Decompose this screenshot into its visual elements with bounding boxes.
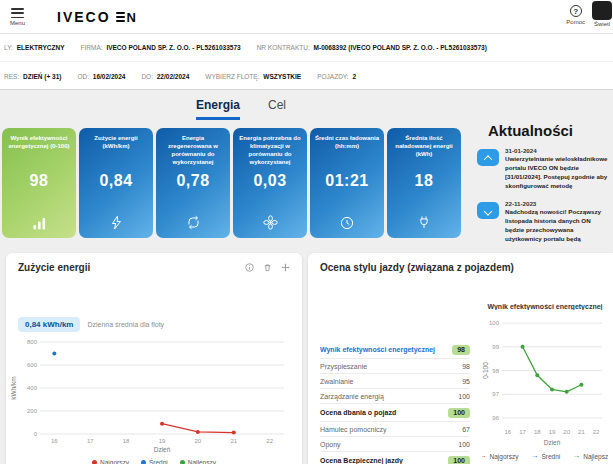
tab-energia[interactable]: Energia	[196, 98, 240, 120]
kpi-ac-energy[interactable]: Energia potrzebna do klimatyzacji w poró…	[233, 128, 307, 238]
score-label: Zwalnianie	[320, 378, 353, 385]
filter-label: FIRMA:	[81, 44, 103, 51]
filter-value: IVECO POLAND SP. Z. O.O. - PL5261033573	[106, 44, 240, 51]
score-label: Wynik efektywności energetycznej	[320, 346, 435, 353]
kpi-title: Energia zregenerowana w porównaniu do wy…	[160, 134, 226, 168]
score-value: 67	[462, 426, 470, 433]
svg-text:18: 18	[123, 438, 130, 444]
legend-item: Najlepszy	[180, 459, 216, 464]
svg-text:17: 17	[87, 438, 94, 444]
kpi-avg-charged-energy[interactable]: Średnia ilość naładowanej energii (kWh) …	[387, 128, 461, 238]
svg-text:16: 16	[505, 429, 512, 435]
filter-contract[interactable]: NR KONTRAKTU: M-0068392 (IVECO POLAND SP…	[257, 44, 487, 51]
kpi-card-row: Wynik efektywności energetycznej (0-100)…	[2, 128, 461, 238]
svg-text:22: 22	[593, 429, 600, 435]
help-button[interactable]: Pomoc	[566, 5, 585, 25]
filter-drive-type[interactable]: LY: ELEKTRYCZNY	[4, 44, 65, 51]
avatar	[592, 1, 612, 20]
fan-icon	[263, 215, 278, 230]
score-row-energy-management: Zarządzanie energią 100	[320, 389, 470, 404]
filter-label: WYBIERZ FLOTĘ:	[205, 73, 259, 80]
score-row-tires: Opony 100	[320, 437, 470, 452]
kpi-energy-consumption[interactable]: Zużycie energii (kWh/km) 0,84	[79, 128, 153, 238]
score-row-acceleration: Przyspieszanie 98	[320, 359, 470, 374]
filter-date-to[interactable]: DO: 22/02/2024	[141, 73, 189, 80]
svg-text:19: 19	[549, 429, 556, 435]
score-label: Hamulec pomocniczy	[320, 426, 387, 433]
svg-text:19: 19	[159, 438, 166, 444]
driving-style-body: Wynik efektywności energetycznej 98 Przy…	[308, 277, 613, 464]
filter-value: ELEKTRYCZNY	[17, 44, 65, 51]
news-date: 31-01-2024	[505, 147, 609, 154]
legend-item: →Najlepszy	[572, 452, 608, 460]
score-row-auxiliary-brake: Hamulec pomocniczy 67	[320, 422, 470, 437]
kpi-title: Średnia ilość naładowanej energii (kWh)	[391, 134, 457, 168]
filter-vehicles[interactable]: POJAZDY: 2	[317, 73, 356, 80]
score-row-vehicle-care: Ocena dbania o pojazd 100	[320, 404, 470, 422]
score-label: Opony	[320, 441, 341, 448]
legend-marker	[141, 460, 146, 464]
legend-marker: →	[482, 452, 487, 460]
legend-item: →Najgorszy	[482, 452, 518, 460]
score-badge: 100	[448, 456, 470, 464]
kpi-value: 01:21	[325, 172, 368, 190]
legend-marker: →	[572, 452, 580, 460]
news-up-button[interactable]	[477, 149, 499, 166]
score-value: 100	[458, 441, 470, 448]
filter-label: NR KONTRAKTU:	[257, 44, 310, 51]
kpi-value: 0,84	[99, 172, 132, 190]
svg-text:800: 800	[27, 339, 38, 345]
filter-fleet[interactable]: WYBIERZ FLOTĘ: WSZYSTKIE	[205, 73, 301, 80]
profile-button[interactable]: Świetl	[592, 1, 612, 27]
efficiency-score-chart: 9697989910016171819202122Dzień0-100	[482, 312, 608, 447]
news-panel: Aktualności 31-01-2024 Uwierzytelnianie …	[477, 122, 613, 253]
news-row: 31-01-2024 Uwierzytelnianie wieloskładni…	[477, 147, 613, 191]
legend-item: Średni	[141, 459, 168, 464]
profile-label: Świetl	[594, 21, 610, 27]
kpi-avg-charging-time[interactable]: Średni czas ładowania (hh:mm) 01:21	[310, 128, 384, 238]
chart-legend: NajgorszyŚredniNajlepszy	[6, 459, 302, 464]
score-value: 98	[462, 363, 470, 370]
logo-text: IVECO	[57, 9, 111, 25]
filter-label: RES:	[4, 73, 19, 80]
move-icon[interactable]	[281, 263, 290, 272]
score-row-deceleration: Zwalnianie 95	[320, 374, 470, 389]
filter-label: LY:	[4, 44, 13, 51]
kpi-title: Średni czas ładowania (hh:mm)	[314, 134, 380, 168]
driving-chart-area: Wynik efektywności energetycznej 9697989…	[482, 303, 608, 464]
menu-label: Menu	[10, 20, 25, 26]
news-item[interactable]: 31-01-2024 Uwierzytelnianie wieloskładni…	[505, 147, 609, 191]
svg-text:Dzień: Dzień	[154, 446, 171, 453]
trash-icon[interactable]	[263, 263, 272, 272]
score-badge: 98	[452, 345, 470, 355]
bar-chart-icon	[32, 217, 47, 230]
filter-company[interactable]: FIRMA: IVECO POLAND SP. Z. O.O. - PL5261…	[81, 44, 241, 51]
score-badge: 100	[448, 408, 470, 418]
filter-label: DO:	[141, 73, 153, 80]
lightning-icon	[110, 215, 123, 230]
info-icon[interactable]	[245, 263, 254, 272]
score-row-efficiency[interactable]: Wynik efektywności energetycznej 98	[320, 341, 470, 359]
fleet-average-row: 0,84 kWh/km Dzienna średnia dla floty	[6, 317, 302, 332]
legend-item: Najgorszy	[92, 459, 129, 464]
kpi-energy-efficiency-score[interactable]: Wynik efektywności energetycznej (0-100)…	[2, 128, 76, 238]
kpi-value: 0,78	[176, 172, 209, 190]
question-mark-icon	[570, 5, 582, 17]
legend-marker	[92, 460, 97, 464]
kpi-regenerated-energy[interactable]: Energia zregenerowana w porównaniu do wy…	[156, 128, 230, 238]
filter-date-from[interactable]: OD: 16/02/2024	[77, 73, 125, 80]
panel-header: Zużycie energii	[6, 253, 302, 277]
svg-text:21: 21	[578, 429, 585, 435]
legend-marker	[180, 460, 185, 464]
tab-cel[interactable]: Cel	[268, 98, 286, 120]
menu-button[interactable]: Menu	[10, 6, 25, 26]
news-down-button[interactable]	[477, 202, 499, 219]
svg-text:20: 20	[195, 438, 202, 444]
filter-period[interactable]: RES: DZIEŃ (+ 31)	[4, 73, 61, 80]
top-bar: Menu IVECO N Pomoc Świetl	[0, 0, 613, 34]
score-table: Wynik efektywności energetycznej 98 Przy…	[320, 341, 470, 464]
kpi-value: 0,03	[253, 172, 286, 190]
score-value: 95	[462, 378, 470, 385]
news-item[interactable]: 22-11-2023 Nadchodzą nowości! Począwszy …	[505, 200, 609, 244]
filter-value: WSZYSTKIE	[263, 73, 301, 80]
